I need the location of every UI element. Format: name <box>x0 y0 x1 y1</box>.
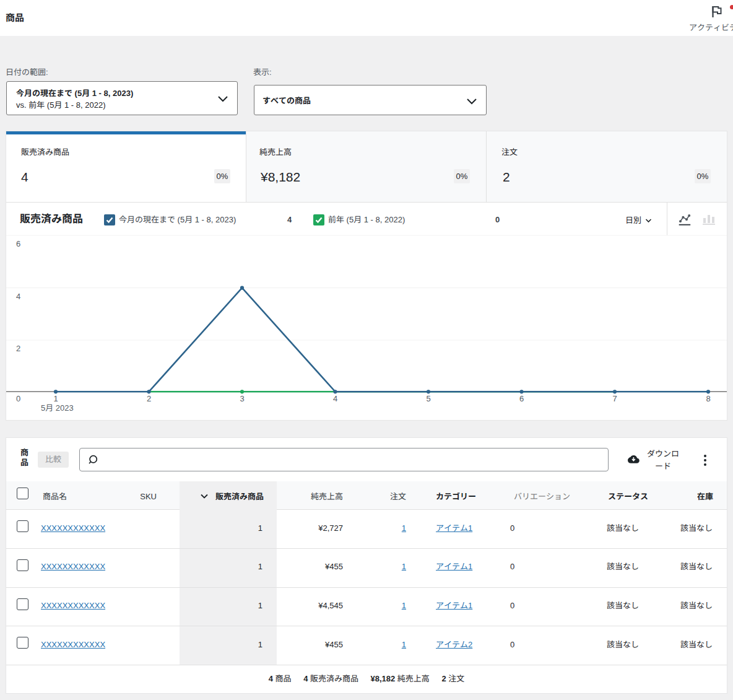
svg-text:8: 8 <box>706 394 710 403</box>
svg-text:2: 2 <box>147 394 151 403</box>
svg-text:5: 5 <box>426 394 430 403</box>
svg-text:6: 6 <box>16 239 20 248</box>
svg-text:5月 2023: 5月 2023 <box>41 403 74 413</box>
svg-text:1: 1 <box>53 394 58 403</box>
svg-text:0: 0 <box>16 394 20 403</box>
svg-text:3: 3 <box>240 394 244 403</box>
svg-text:4: 4 <box>16 292 20 301</box>
svg-text:7: 7 <box>612 394 617 403</box>
svg-text:2: 2 <box>16 344 20 353</box>
svg-text:6: 6 <box>519 394 524 403</box>
svg-text:4: 4 <box>333 394 337 403</box>
